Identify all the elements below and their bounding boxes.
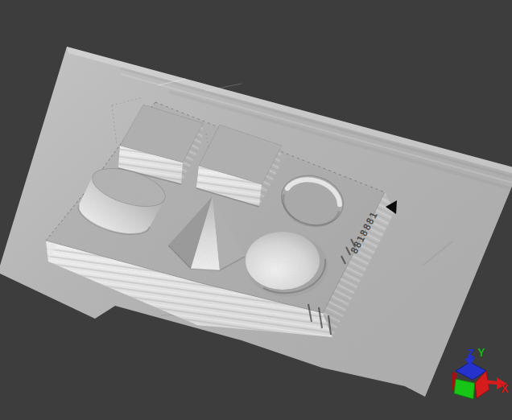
z-axis-label: Z (468, 347, 475, 360)
3d-viewport[interactable]: 8818881 Z Y X (0, 0, 512, 420)
y-axis-label: Y (477, 346, 485, 359)
x-axis-label: X (501, 382, 509, 395)
mesh-canvas: 8818881 Z Y X (0, 0, 512, 420)
